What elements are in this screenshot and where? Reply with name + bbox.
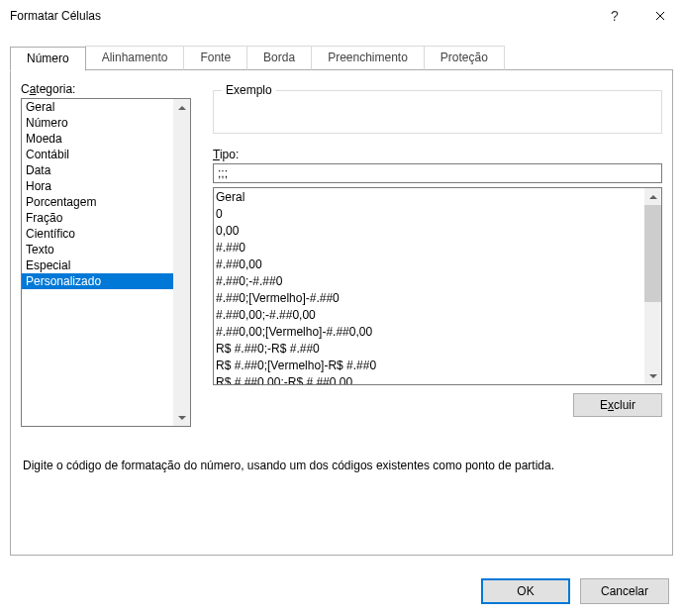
scroll-down-button[interactable] xyxy=(173,409,190,426)
tipo-item[interactable]: #.##0,00;-#.##0,00 xyxy=(216,307,642,324)
categoria-listbox-inner: GeralNúmeroMoedaContábilDataHoraPorcenta… xyxy=(22,99,173,426)
tipo-item[interactable]: #.##0;-#.##0 xyxy=(216,273,642,290)
categoria-item[interactable]: Geral xyxy=(22,99,173,115)
scroll-thumb[interactable] xyxy=(644,205,661,302)
chevron-down-icon xyxy=(178,414,186,422)
help-button[interactable]: ? xyxy=(592,0,637,32)
excluir-pre: E xyxy=(600,398,608,412)
content-grid: Categoria: GeralNúmeroMoedaContábilDataH… xyxy=(21,82,662,427)
tipo-listbox-inner: Geral00,00#.##0#.##0,00#.##0;-#.##0#.##0… xyxy=(214,188,644,384)
tipo-listbox[interactable]: Geral00,00#.##0#.##0,00#.##0;-#.##0#.##0… xyxy=(213,187,662,385)
scroll-track[interactable] xyxy=(644,205,661,367)
categoria-item[interactable]: Porcentagem xyxy=(22,194,173,210)
title-bar: Formatar Células ? xyxy=(0,0,683,32)
chevron-up-icon xyxy=(178,104,186,112)
tipo-label: Tipo: xyxy=(213,148,662,161)
excluir-post: cluir xyxy=(614,398,635,412)
tab-borda[interactable]: Borda xyxy=(246,46,312,70)
dialog-buttons: OK Cancelar xyxy=(481,578,669,604)
tipo-item[interactable]: 0,00 xyxy=(216,223,642,240)
tab-fonte[interactable]: Fonte xyxy=(183,46,247,70)
categoria-item[interactable]: Texto xyxy=(22,242,173,257)
categoria-label-pre: C xyxy=(21,82,30,96)
tab-protecao[interactable]: Proteção xyxy=(424,46,505,70)
scroll-track[interactable] xyxy=(173,116,190,409)
tipo-item[interactable]: #.##0;[Vermelho]-#.##0 xyxy=(216,290,642,307)
categoria-item[interactable]: Moeda xyxy=(22,131,173,147)
tipo-label-post: ipo: xyxy=(220,148,239,161)
categoria-item[interactable]: Personalizado xyxy=(22,273,173,289)
chevron-up-icon xyxy=(649,193,657,201)
tipo-item[interactable]: R$ #.##0;[Vermelho]-R$ #.##0 xyxy=(216,358,642,374)
categoria-column: Categoria: GeralNúmeroMoedaContábilDataH… xyxy=(21,82,191,427)
exemplo-label: Exemplo xyxy=(222,83,276,97)
close-button[interactable] xyxy=(637,0,683,32)
tipo-item[interactable]: #.##0,00 xyxy=(216,257,642,273)
chevron-down-icon xyxy=(649,372,657,380)
exemplo-group: Exemplo xyxy=(213,90,662,134)
tipo-item[interactable]: #.##0 xyxy=(216,240,642,257)
tab-alinhamento[interactable]: Alinhamento xyxy=(85,46,185,70)
tipo-label-u: T xyxy=(213,148,220,161)
excluir-button[interactable]: Excluir xyxy=(573,393,662,417)
tab-numero[interactable]: Número xyxy=(10,47,86,71)
hint-text: Digite o código de formatação do número,… xyxy=(23,459,660,472)
categoria-item[interactable]: Científico xyxy=(22,226,173,242)
tipo-input[interactable] xyxy=(213,163,662,183)
window-title: Formatar Células xyxy=(10,0,592,32)
tipo-item[interactable]: R$ #.##0;-R$ #.##0 xyxy=(216,341,642,358)
excluir-row: Excluir xyxy=(213,393,662,417)
tipo-item[interactable]: 0 xyxy=(216,206,642,223)
tab-preenchimento[interactable]: Preenchimento xyxy=(311,46,425,70)
categoria-label-post: tegoria: xyxy=(36,82,75,96)
categoria-label: Categoria: xyxy=(21,82,191,96)
categoria-scrollbar[interactable] xyxy=(173,99,190,426)
scroll-up-button[interactable] xyxy=(173,99,190,116)
scroll-up-button[interactable] xyxy=(644,188,661,205)
details-column: Exemplo Tipo: Geral00,00#.##0#.##0,00#.#… xyxy=(213,82,662,427)
ok-button[interactable]: OK xyxy=(481,578,570,604)
categoria-item[interactable]: Hora xyxy=(22,178,173,194)
categoria-item[interactable]: Data xyxy=(22,162,173,178)
categoria-listbox[interactable]: GeralNúmeroMoedaContábilDataHoraPorcenta… xyxy=(21,98,191,427)
categoria-item[interactable]: Contábil xyxy=(22,147,173,162)
exemplo-value xyxy=(214,91,661,111)
format-cells-dialog: Formatar Células ? Número Alinhamento Fo… xyxy=(0,0,683,616)
tab-strip: Número Alinhamento Fonte Borda Preenchim… xyxy=(10,46,673,70)
tipo-scrollbar[interactable] xyxy=(644,188,661,384)
cancel-button[interactable]: Cancelar xyxy=(580,578,669,604)
tipo-item[interactable]: #.##0,00;[Vermelho]-#.##0,00 xyxy=(216,324,642,341)
close-icon xyxy=(655,11,665,21)
scroll-down-button[interactable] xyxy=(644,367,661,384)
tipo-item[interactable]: Geral xyxy=(216,189,642,206)
tab-panel-numero: Categoria: GeralNúmeroMoedaContábilDataH… xyxy=(10,70,673,556)
tipo-item[interactable]: R$ #.##0,00;-R$ #.##0,00 xyxy=(216,374,642,385)
categoria-item[interactable]: Fração xyxy=(22,210,173,226)
categoria-item[interactable]: Número xyxy=(22,115,173,131)
categoria-item[interactable]: Especial xyxy=(22,257,173,273)
